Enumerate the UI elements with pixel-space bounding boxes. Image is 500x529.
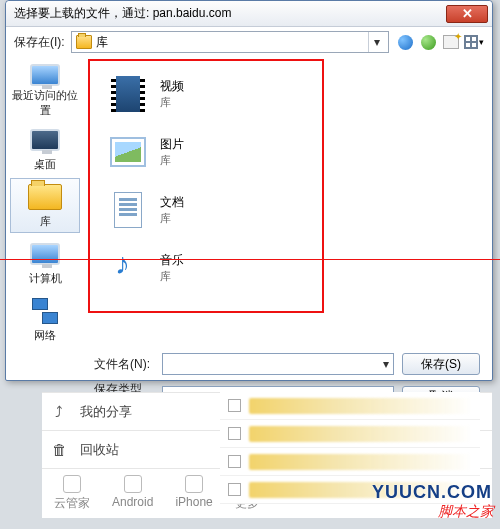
filename-input[interactable]: ▾ xyxy=(162,353,394,375)
blurred-name xyxy=(249,426,472,442)
libraries-icon xyxy=(28,184,62,210)
desktop-icon xyxy=(30,129,60,151)
file-save-dialog: 选择要上载的文件，通过: pan.baidu.com ✕ 保存在(I): 库 ▾… xyxy=(5,0,493,381)
location-combo[interactable]: 库 ▾ xyxy=(71,31,389,53)
device-android[interactable]: Android xyxy=(112,475,153,512)
document-icon xyxy=(114,192,142,228)
newfolder-button[interactable] xyxy=(441,32,461,52)
android-icon xyxy=(124,475,142,493)
checkbox[interactable] xyxy=(228,483,241,496)
places-sidebar: 最近访问的位置 桌面 库 计算机 网络 xyxy=(6,57,84,347)
cloud-icon xyxy=(63,475,81,493)
location-row: 保存在(I): 库 ▾ ▾ xyxy=(6,27,492,57)
save-in-label: 保存在(I): xyxy=(14,34,65,51)
sidebar-item-libraries[interactable]: 库 xyxy=(10,178,80,233)
checkbox[interactable] xyxy=(228,399,241,412)
blurred-name xyxy=(249,454,472,470)
device-iphone[interactable]: iPhone xyxy=(175,475,212,512)
blurred-name xyxy=(249,398,472,414)
up-icon xyxy=(421,35,436,50)
back-button[interactable] xyxy=(395,32,415,52)
checkbox[interactable] xyxy=(228,427,241,440)
view-button[interactable]: ▾ xyxy=(464,32,484,52)
view-icon xyxy=(464,35,478,49)
folder-icon xyxy=(76,35,92,49)
music-icon xyxy=(111,251,145,285)
sidebar-item-recent[interactable]: 最近访问的位置 xyxy=(10,63,80,119)
file-area[interactable]: 视频库 图片库 文档库 音乐库 xyxy=(84,57,492,347)
up-button[interactable] xyxy=(418,32,438,52)
filename-label: 文件名(N): xyxy=(94,356,154,373)
list-item[interactable] xyxy=(220,392,480,420)
list-item[interactable] xyxy=(220,420,480,448)
checkbox[interactable] xyxy=(228,455,241,468)
watermark: YUUCN.COM xyxy=(372,482,492,503)
chevron-down-icon: ▾ xyxy=(368,32,384,52)
dialog-body: 最近访问的位置 桌面 库 计算机 网络 视频库 图片库 文档库 音乐库 xyxy=(6,57,492,347)
annotation-line xyxy=(0,259,500,260)
iphone-icon xyxy=(185,475,203,493)
dialog-title: 选择要上载的文件，通过: pan.baidu.com xyxy=(14,5,446,22)
save-button[interactable]: 保存(S) xyxy=(402,353,480,375)
toolbar: ▾ xyxy=(395,32,484,52)
titlebar: 选择要上载的文件，通过: pan.baidu.com ✕ xyxy=(6,1,492,27)
sidebar-item-computer[interactable]: 计算机 xyxy=(10,235,80,290)
sidebar-item-network[interactable]: 网络 xyxy=(10,292,80,347)
location-text: 库 xyxy=(96,34,108,51)
chevron-down-icon: ▾ xyxy=(383,357,389,371)
watermark-sub: 脚本之家 xyxy=(438,503,494,521)
sidebar-item-desktop[interactable]: 桌面 xyxy=(10,121,80,176)
picture-icon xyxy=(110,137,146,167)
chevron-down-icon: ▾ xyxy=(479,37,484,47)
computer-icon xyxy=(30,243,60,265)
video-icon xyxy=(111,76,145,112)
recent-icon xyxy=(30,64,60,86)
device-cloud[interactable]: 云管家 xyxy=(54,475,90,512)
trash-icon: 🗑 xyxy=(50,441,68,459)
back-icon xyxy=(398,35,413,50)
list-item[interactable] xyxy=(220,448,480,476)
new-folder-icon xyxy=(443,35,459,49)
close-button[interactable]: ✕ xyxy=(446,5,488,23)
network-icon xyxy=(30,298,60,324)
share-icon: ⤴ xyxy=(50,403,68,421)
